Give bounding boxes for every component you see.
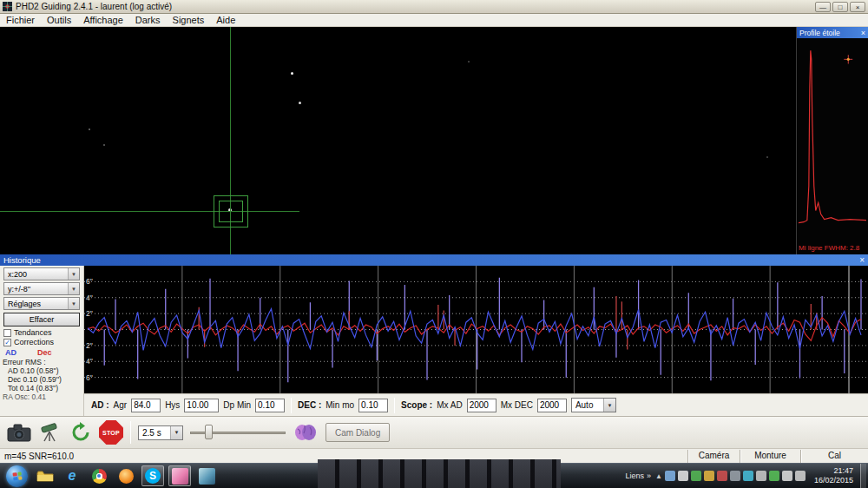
corrections-checkbox-row[interactable]: ✓ Corrections xyxy=(0,337,83,346)
slider-thumb[interactable] xyxy=(205,425,213,439)
telescope-icon xyxy=(40,422,62,443)
app-avatar-teal-icon[interactable] xyxy=(195,465,218,486)
rms-readout: Erreur RMS : AD 0.10 (0.58'') Dec 0.10 (… xyxy=(0,358,83,401)
y-scale-select[interactable]: y:+/-8'' ▼ xyxy=(3,282,80,295)
cam-dialog-button[interactable]: Cam Dialog xyxy=(326,423,390,442)
app-avatar-pink-icon[interactable] xyxy=(168,465,191,486)
tray-icon-1[interactable] xyxy=(665,471,675,481)
dpmin-label: Dp Min xyxy=(223,400,251,410)
stretch-slider[interactable] xyxy=(190,424,286,441)
dec-prefix-label: DEC : xyxy=(298,400,321,410)
tray-icon-4[interactable] xyxy=(704,471,714,481)
star xyxy=(468,61,470,63)
maximize-button[interactable]: □ xyxy=(832,2,848,12)
tray-icon-5[interactable] xyxy=(717,471,727,481)
chevron-down-icon: ▼ xyxy=(170,426,182,439)
menu-fichier[interactable]: Fichier xyxy=(0,15,41,25)
chevron-down-icon: ▼ xyxy=(68,268,79,280)
star-search-box xyxy=(219,201,243,222)
menu-affichage[interactable]: Affichage xyxy=(77,15,129,25)
star-profile-panel: Profile étoile × Mi ligne FWHM: 2.8 xyxy=(796,27,868,254)
guide-camera-view[interactable]: Profile étoile × Mi ligne FWHM: 2.8 xyxy=(0,27,868,254)
skype-logo-icon: S xyxy=(145,468,161,484)
chrome-icon[interactable] xyxy=(88,465,110,486)
tray-icon-2[interactable] xyxy=(678,471,688,481)
stop-button[interactable]: STOP xyxy=(99,420,123,445)
taskbar-clock[interactable]: 21:47 16/02/2015 xyxy=(814,466,853,485)
show-desktop-button[interactable] xyxy=(860,464,866,488)
x-scale-select[interactable]: x:200 ▼ xyxy=(3,267,80,280)
mxad-input[interactable] xyxy=(467,399,496,412)
hys-input[interactable] xyxy=(184,399,219,412)
phd2-app-icon xyxy=(3,2,12,11)
telescope-connect-button[interactable] xyxy=(40,422,62,443)
phd2-window: PHD2 Guiding 2.4.1 - laurent (log activé… xyxy=(0,0,868,488)
network-icon[interactable] xyxy=(782,471,792,481)
tray-icons: ▲ xyxy=(655,471,806,481)
reglages-select[interactable]: Réglages ▼ xyxy=(3,297,80,310)
status-cal: Cal xyxy=(800,450,868,463)
folder-icon xyxy=(36,470,54,483)
dec-mode-select[interactable]: Auto ▼ xyxy=(571,398,616,412)
hys-label: Hys xyxy=(165,400,180,410)
corrections-checkbox[interactable]: ✓ xyxy=(3,339,11,346)
exposure-select[interactable]: 2.5 s ▼ xyxy=(138,425,183,440)
tray-icon-8[interactable] xyxy=(756,471,766,481)
firefox-icon[interactable] xyxy=(115,465,137,486)
explorer-folder-icon[interactable] xyxy=(34,465,56,486)
menu-aide[interactable]: Aide xyxy=(210,15,241,25)
clear-button[interactable]: Effacer xyxy=(3,313,80,326)
camera-icon xyxy=(7,423,33,443)
star-profile-curve xyxy=(797,38,868,242)
trend-label: Tendances xyxy=(14,328,52,337)
windows-flag-icon xyxy=(12,472,22,480)
history-header[interactable]: Historique × xyxy=(0,254,868,266)
brain-icon xyxy=(293,422,319,443)
minimize-button[interactable]: — xyxy=(815,2,831,12)
star-profile-title: Profile étoile xyxy=(799,29,840,37)
guiding-settings-row: AD : Agr Hys Dp Min DEC : Min mo Scope :… xyxy=(84,393,868,416)
svg-text:4'': 4'' xyxy=(86,293,93,302)
antivirus-icon[interactable] xyxy=(769,471,779,481)
menu-darks[interactable]: Darks xyxy=(129,15,167,25)
guiding-history-graph: 6''4''2''2''4''6'' xyxy=(84,266,868,393)
trend-checkbox-row[interactable]: Tendances xyxy=(0,327,83,337)
dec-minmo-input[interactable] xyxy=(358,399,388,412)
corrections-label: Corrections xyxy=(14,338,54,346)
skype-icon[interactable]: S xyxy=(141,465,164,486)
internet-explorer-icon[interactable]: e xyxy=(61,465,83,486)
history-title: Historique xyxy=(3,255,41,265)
hidden-icons-arrow[interactable]: ▲ xyxy=(655,471,662,481)
chevron-down-icon: ▼ xyxy=(68,283,79,294)
star-profile-header[interactable]: Profile étoile × xyxy=(797,27,868,38)
chevrons-icon: » xyxy=(647,472,651,480)
ad-prefix-label: AD : xyxy=(91,400,109,410)
camera-connect-button[interactable] xyxy=(7,423,33,443)
start-button[interactable] xyxy=(6,465,28,487)
guide-loop-button[interactable] xyxy=(69,422,92,443)
svg-text:6'': 6'' xyxy=(86,373,93,382)
close-icon[interactable]: × xyxy=(861,29,865,37)
close-icon[interactable]: × xyxy=(859,255,865,265)
volume-icon[interactable] xyxy=(795,471,806,481)
links-toolbar[interactable]: Liens » xyxy=(626,472,652,480)
close-button[interactable]: × xyxy=(850,2,865,12)
brain-settings-button[interactable] xyxy=(293,422,319,443)
tray-icon-6[interactable] xyxy=(730,471,740,481)
mxdec-input[interactable] xyxy=(537,399,567,412)
menu-signets[interactable]: Signets xyxy=(167,15,211,25)
rms-tot: Tot 0.14 (0.83'') xyxy=(3,384,83,392)
chevron-down-icon: ▼ xyxy=(603,399,615,412)
rms-ra: AD 0.10 (0.58'') xyxy=(3,366,83,375)
agr-input[interactable] xyxy=(131,399,161,412)
dpmin-input[interactable] xyxy=(255,399,285,412)
agr-label: Agr xyxy=(114,400,128,410)
titlebar: PHD2 Guiding 2.4.1 - laurent (log activé… xyxy=(0,0,868,14)
tray-icon-3[interactable] xyxy=(691,471,701,481)
tray-icon-7[interactable] xyxy=(743,471,753,481)
chevron-down-icon: ▼ xyxy=(68,298,79,309)
menu-outils[interactable]: Outils xyxy=(41,15,77,25)
stop-label: STOP xyxy=(102,430,120,436)
chrome-logo-icon xyxy=(92,469,107,484)
trend-checkbox[interactable] xyxy=(3,329,11,337)
